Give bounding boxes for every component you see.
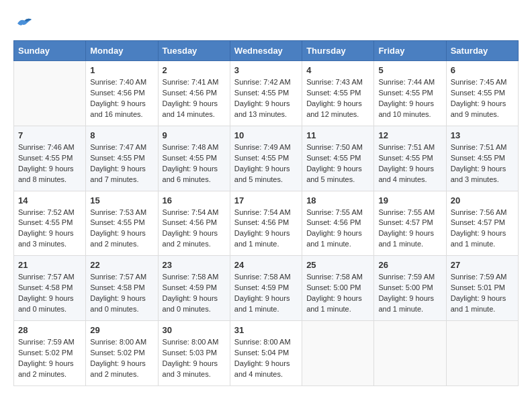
day-number: 25 xyxy=(306,260,369,270)
day-number: 17 xyxy=(234,195,298,205)
day-number: 13 xyxy=(451,130,514,140)
day-info: Sunrise: 8:00 AMSunset: 5:03 PMDaylight:… xyxy=(163,337,226,380)
day-info: Sunrise: 7:53 AMSunset: 4:55 PMDaylight:… xyxy=(90,208,153,250)
day-info: Sunrise: 7:58 AMSunset: 5:00 PMDaylight:… xyxy=(306,272,369,315)
day-info: Sunrise: 8:00 AMSunset: 5:04 PMDaylight:… xyxy=(234,337,298,380)
day-number: 3 xyxy=(234,65,298,75)
day-number: 11 xyxy=(306,130,369,140)
calendar-cell: 4Sunrise: 7:43 AMSunset: 4:55 PMDaylight… xyxy=(302,61,374,126)
day-info: Sunrise: 7:44 AMSunset: 4:55 PMDaylight:… xyxy=(378,77,441,120)
day-number: 28 xyxy=(18,325,81,335)
calendar-cell: 22Sunrise: 7:57 AMSunset: 4:58 PMDayligh… xyxy=(86,256,158,321)
calendar-cell: 7Sunrise: 7:46 AMSunset: 4:55 PMDaylight… xyxy=(14,126,86,191)
day-header-tuesday: Tuesday xyxy=(158,41,230,61)
calendar-cell: 1Sunrise: 7:40 AMSunset: 4:56 PMDaylight… xyxy=(86,61,158,126)
day-info: Sunrise: 7:50 AMSunset: 4:55 PMDaylight:… xyxy=(306,142,369,185)
calendar-cell: 9Sunrise: 7:48 AMSunset: 4:55 PMDaylight… xyxy=(158,126,230,191)
calendar-cell: 14Sunrise: 7:52 AMSunset: 4:55 PMDayligh… xyxy=(14,191,86,256)
day-info: Sunrise: 7:40 AMSunset: 4:56 PMDaylight:… xyxy=(90,77,153,120)
day-number: 21 xyxy=(18,260,81,270)
week-row-1: 1Sunrise: 7:40 AMSunset: 4:56 PMDaylight… xyxy=(14,61,519,126)
week-row-2: 7Sunrise: 7:46 AMSunset: 4:55 PMDaylight… xyxy=(14,126,519,191)
day-number: 12 xyxy=(378,130,441,140)
day-number: 24 xyxy=(234,260,298,270)
day-number: 2 xyxy=(163,65,226,75)
day-info: Sunrise: 7:57 AMSunset: 4:58 PMDaylight:… xyxy=(18,272,81,315)
day-info: Sunrise: 7:51 AMSunset: 4:55 PMDaylight:… xyxy=(451,142,514,185)
calendar-cell: 15Sunrise: 7:53 AMSunset: 4:55 PMDayligh… xyxy=(86,191,158,256)
day-info: Sunrise: 7:43 AMSunset: 4:55 PMDaylight:… xyxy=(306,77,369,120)
day-info: Sunrise: 7:57 AMSunset: 4:58 PMDaylight:… xyxy=(90,272,153,315)
day-info: Sunrise: 7:54 AMSunset: 4:56 PMDaylight:… xyxy=(234,208,298,250)
day-number: 5 xyxy=(378,65,441,75)
calendar-cell: 27Sunrise: 7:59 AMSunset: 5:01 PMDayligh… xyxy=(446,256,518,321)
day-header-friday: Friday xyxy=(374,41,446,61)
day-info: Sunrise: 7:51 AMSunset: 4:55 PMDaylight:… xyxy=(378,142,441,185)
day-number: 31 xyxy=(234,325,298,335)
calendar-cell: 21Sunrise: 7:57 AMSunset: 4:58 PMDayligh… xyxy=(14,256,86,321)
calendar-header: SundayMondayTuesdayWednesdayThursdayFrid… xyxy=(14,41,519,61)
logo xyxy=(13,13,36,34)
calendar-cell: 20Sunrise: 7:56 AMSunset: 4:57 PMDayligh… xyxy=(446,191,518,256)
calendar-cell: 26Sunrise: 7:59 AMSunset: 5:00 PMDayligh… xyxy=(374,256,446,321)
calendar-cell: 6Sunrise: 7:45 AMSunset: 4:55 PMDaylight… xyxy=(446,61,518,126)
day-header-wednesday: Wednesday xyxy=(230,41,302,61)
calendar-cell: 31Sunrise: 8:00 AMSunset: 5:04 PMDayligh… xyxy=(230,321,302,386)
calendar-cell: 23Sunrise: 7:58 AMSunset: 4:59 PMDayligh… xyxy=(158,256,230,321)
day-info: Sunrise: 7:56 AMSunset: 4:57 PMDaylight:… xyxy=(451,208,514,250)
calendar-cell: 5Sunrise: 7:44 AMSunset: 4:55 PMDaylight… xyxy=(374,61,446,126)
calendar-cell xyxy=(14,61,86,126)
day-number: 27 xyxy=(451,260,514,270)
day-number: 8 xyxy=(90,130,153,140)
week-row-4: 21Sunrise: 7:57 AMSunset: 4:58 PMDayligh… xyxy=(14,256,519,321)
day-number: 15 xyxy=(90,195,153,205)
calendar-cell: 12Sunrise: 7:51 AMSunset: 4:55 PMDayligh… xyxy=(374,126,446,191)
calendar-cell xyxy=(446,321,518,386)
day-info: Sunrise: 7:46 AMSunset: 4:55 PMDaylight:… xyxy=(18,142,81,185)
day-number: 30 xyxy=(163,325,226,335)
day-number: 10 xyxy=(234,130,298,140)
calendar-cell xyxy=(302,321,374,386)
day-number: 6 xyxy=(451,65,514,75)
calendar-cell: 24Sunrise: 7:58 AMSunset: 4:59 PMDayligh… xyxy=(230,256,302,321)
calendar-cell: 30Sunrise: 8:00 AMSunset: 5:03 PMDayligh… xyxy=(158,321,230,386)
day-header-thursday: Thursday xyxy=(302,41,374,61)
calendar-table: SundayMondayTuesdayWednesdayThursdayFrid… xyxy=(13,40,519,386)
day-info: Sunrise: 7:45 AMSunset: 4:55 PMDaylight:… xyxy=(451,77,514,120)
calendar-cell: 28Sunrise: 7:59 AMSunset: 5:02 PMDayligh… xyxy=(14,321,86,386)
day-number: 7 xyxy=(18,130,81,140)
day-info: Sunrise: 7:47 AMSunset: 4:55 PMDaylight:… xyxy=(90,142,153,185)
week-row-5: 28Sunrise: 7:59 AMSunset: 5:02 PMDayligh… xyxy=(14,321,519,386)
day-info: Sunrise: 7:41 AMSunset: 4:56 PMDaylight:… xyxy=(163,77,226,120)
calendar-body: 1Sunrise: 7:40 AMSunset: 4:56 PMDaylight… xyxy=(14,61,519,386)
day-number: 22 xyxy=(90,260,153,270)
calendar-cell: 3Sunrise: 7:42 AMSunset: 4:55 PMDaylight… xyxy=(230,61,302,126)
logo-icon xyxy=(13,13,34,34)
day-info: Sunrise: 7:54 AMSunset: 4:56 PMDaylight:… xyxy=(163,208,226,250)
calendar-cell xyxy=(374,321,446,386)
day-info: Sunrise: 7:49 AMSunset: 4:55 PMDaylight:… xyxy=(234,142,298,185)
day-info: Sunrise: 7:55 AMSunset: 4:56 PMDaylight:… xyxy=(306,208,369,250)
day-info: Sunrise: 7:59 AMSunset: 5:02 PMDaylight:… xyxy=(18,337,81,380)
page-header xyxy=(13,13,519,34)
calendar-cell: 25Sunrise: 7:58 AMSunset: 5:00 PMDayligh… xyxy=(302,256,374,321)
day-number: 4 xyxy=(306,65,369,75)
day-number: 9 xyxy=(163,130,226,140)
day-info: Sunrise: 7:58 AMSunset: 4:59 PMDaylight:… xyxy=(234,272,298,315)
day-info: Sunrise: 7:58 AMSunset: 4:59 PMDaylight:… xyxy=(163,272,226,315)
day-number: 18 xyxy=(306,195,369,205)
calendar-cell: 16Sunrise: 7:54 AMSunset: 4:56 PMDayligh… xyxy=(158,191,230,256)
day-number: 23 xyxy=(163,260,226,270)
day-info: Sunrise: 7:52 AMSunset: 4:55 PMDaylight:… xyxy=(18,208,81,250)
week-row-3: 14Sunrise: 7:52 AMSunset: 4:55 PMDayligh… xyxy=(14,191,519,256)
day-number: 20 xyxy=(451,195,514,205)
day-header-saturday: Saturday xyxy=(446,41,518,61)
day-number: 14 xyxy=(18,195,81,205)
day-info: Sunrise: 7:42 AMSunset: 4:55 PMDaylight:… xyxy=(234,77,298,120)
day-info: Sunrise: 7:55 AMSunset: 4:57 PMDaylight:… xyxy=(378,208,441,250)
day-number: 26 xyxy=(378,260,441,270)
day-header-monday: Monday xyxy=(86,41,158,61)
calendar-cell: 2Sunrise: 7:41 AMSunset: 4:56 PMDaylight… xyxy=(158,61,230,126)
day-info: Sunrise: 7:59 AMSunset: 5:01 PMDaylight:… xyxy=(451,272,514,315)
day-number: 1 xyxy=(90,65,153,75)
